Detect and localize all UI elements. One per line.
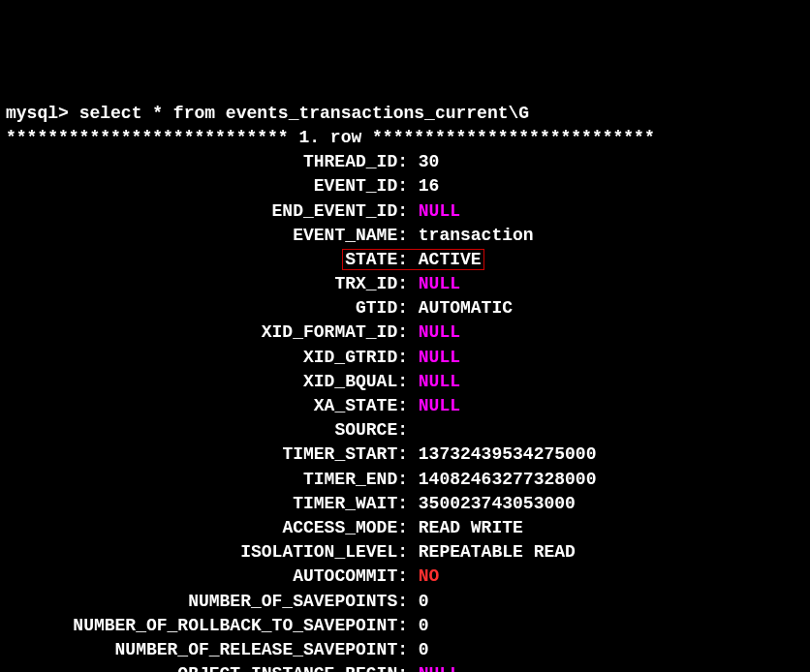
- result-row: XID_GTRID: NULL: [6, 346, 804, 370]
- field-label: NUMBER_OF_SAVEPOINTS:: [6, 590, 408, 614]
- result-row: TRX_ID: NULL: [6, 272, 804, 296]
- field-value: NULL: [419, 664, 460, 672]
- result-row: END_EVENT_ID: NULL: [6, 199, 804, 224]
- field-value: 0: [419, 592, 429, 611]
- field-value: 13732439534275000: [419, 444, 597, 464]
- field-label: NUMBER_OF_ROLLBACK_TO_SAVEPOINT:: [6, 614, 408, 638]
- result-row: XID_FORMAT_ID: NULL: [6, 321, 804, 345]
- field-value: 0: [419, 616, 429, 635]
- field-label: EVENT_NAME:: [6, 224, 408, 248]
- result-row: SOURCE:: [6, 418, 804, 443]
- result-row: XID_BQUAL: NULL: [6, 370, 804, 394]
- field-value: 350023743053000: [419, 494, 576, 513]
- field-label: TIMER_END:: [6, 468, 408, 492]
- field-label: OBJECT_INSTANCE_BEGIN:: [6, 662, 408, 672]
- field-value: NO: [419, 566, 440, 586]
- field-value: NULL: [419, 348, 460, 367]
- field-label: NUMBER_OF_RELEASE_SAVEPOINT:: [6, 638, 408, 662]
- field-value: transaction: [419, 226, 534, 245]
- field-label: XID_BQUAL:: [6, 370, 408, 394]
- result-row: ACCESS_MODE: READ WRITE: [6, 516, 804, 540]
- field-label: XID_FORMAT_ID:: [6, 321, 408, 345]
- mysql-prompt: mysql>: [6, 104, 79, 123]
- field-label: TIMER_START:: [6, 443, 408, 467]
- field-value: ACTIVE: [419, 249, 484, 270]
- field-label: EVENT_ID:: [6, 174, 408, 199]
- result-row: ISOLATION_LEVEL: REPEATABLE READ: [6, 540, 804, 565]
- result-row: EVENT_ID: 16: [6, 174, 804, 199]
- field-label: ACCESS_MODE:: [6, 516, 408, 540]
- field-value: NULL: [419, 322, 460, 342]
- field-label: THREAD_ID:: [6, 150, 408, 174]
- result-row: TIMER_START: 13732439534275000: [6, 443, 804, 467]
- field-label: XID_GTRID:: [6, 346, 408, 370]
- result-row: TIMER_WAIT: 350023743053000: [6, 492, 804, 516]
- field-label: ISOLATION_LEVEL:: [6, 540, 408, 565]
- field-label: STATE:: [6, 248, 408, 272]
- field-value: NULL: [419, 274, 460, 293]
- field-value: 0: [419, 640, 429, 659]
- result-row: GTID: AUTOMATIC: [6, 296, 804, 321]
- field-value: 14082463277328000: [419, 470, 597, 489]
- row-number-label: 1. row: [298, 128, 361, 147]
- result-row: THREAD_ID: 30: [6, 150, 804, 174]
- field-label: AUTOCOMMIT:: [6, 565, 408, 589]
- field-label: TRX_ID:: [6, 272, 408, 296]
- field-label: XA_STATE:: [6, 394, 408, 418]
- result-row: XA_STATE: NULL: [6, 394, 804, 418]
- result-row: OBJECT_INSTANCE_BEGIN: NULL: [6, 662, 804, 672]
- result-row: EVENT_NAME: transaction: [6, 224, 804, 248]
- field-label: GTID:: [6, 296, 408, 321]
- result-row: TIMER_END: 14082463277328000: [6, 468, 804, 492]
- field-label: END_EVENT_ID:: [6, 199, 408, 224]
- result-row: NUMBER_OF_RELEASE_SAVEPOINT: 0: [6, 638, 804, 662]
- field-value: READ WRITE: [419, 518, 523, 537]
- mysql-terminal-output: mysql> select * from events_transactions…: [6, 102, 804, 672]
- result-row: NUMBER_OF_ROLLBACK_TO_SAVEPOINT: 0: [6, 614, 804, 638]
- field-value: REPEATABLE READ: [419, 542, 576, 562]
- field-value: NULL: [419, 201, 460, 221]
- field-value: 16: [419, 176, 440, 196]
- field-label: TIMER_WAIT:: [6, 492, 408, 516]
- sql-query: select * from events_transactions_curren…: [79, 104, 529, 123]
- field-value: 30: [419, 152, 440, 171]
- row-separator: *************************** 1. row *****…: [6, 126, 804, 150]
- field-value: NULL: [419, 372, 460, 391]
- result-row: NUMBER_OF_SAVEPOINTS: 0: [6, 590, 804, 614]
- field-value: NULL: [419, 396, 460, 415]
- field-label: SOURCE:: [6, 418, 408, 443]
- result-row: AUTOCOMMIT: NO: [6, 565, 804, 589]
- result-row: STATE: ACTIVE: [6, 248, 804, 272]
- field-value: AUTOMATIC: [419, 298, 513, 318]
